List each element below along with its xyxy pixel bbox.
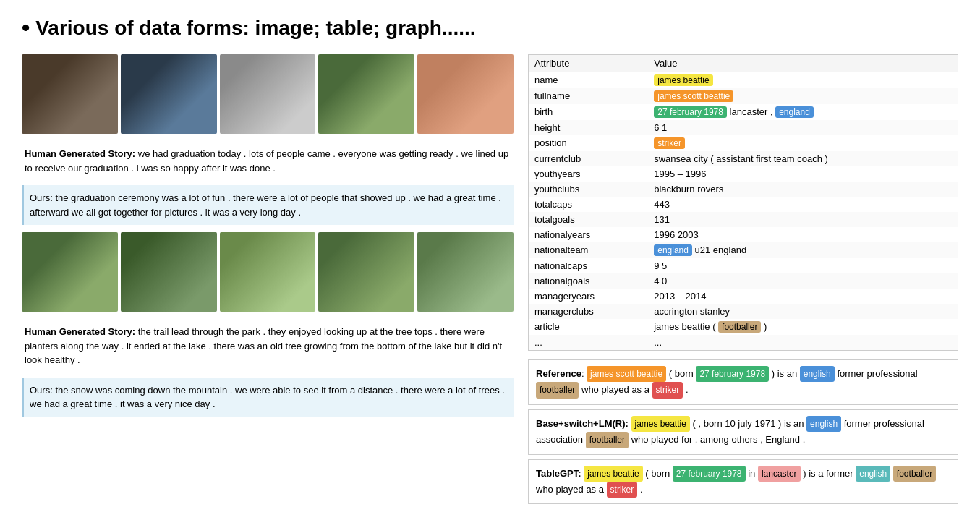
reference-text: james scott beattie ( born 27 february 1… <box>536 368 918 395</box>
table-cell-value: james beattie ( footballer ) <box>648 319 958 335</box>
table-row: totalgoals131 <box>529 212 958 227</box>
table-cell-attr: article <box>529 319 648 335</box>
tablegpt-block: TableGPT: james beattie ( born 27 februa… <box>528 459 958 505</box>
table-cell-value: swansea city ( assistant first team coac… <box>648 151 958 166</box>
right-panel: Attribute Value namejames beattiefullnam… <box>528 54 958 507</box>
table-cell-value: 131 <box>648 212 958 227</box>
table-cell-value: james scott beattie <box>648 88 958 104</box>
table-row: youthclubsblackburn rovers <box>529 182 958 197</box>
table-cell-attr: name <box>529 72 648 89</box>
table-cell-value: 1995 – 1996 <box>648 166 958 182</box>
table-row: totalcaps443 <box>529 197 958 212</box>
table-cell-attr: birth <box>529 104 648 120</box>
table-row: nationalyears1996 2003 <box>529 227 958 242</box>
story2-human: Human Generated Story: the trail lead th… <box>22 319 514 373</box>
table-row: ...... <box>529 335 958 350</box>
table-row: manageryears2013 – 2014 <box>529 289 958 304</box>
table-cell-attr: fullname <box>529 88 648 104</box>
table-row: articlejames beattie ( footballer ) <box>529 319 958 335</box>
nature-image-4 <box>318 232 414 312</box>
table-cell-attr: currentclub <box>529 151 648 166</box>
nature-image-3 <box>220 232 316 312</box>
table-cell-value: 4 0 <box>648 273 958 289</box>
nature-image-5 <box>417 232 514 312</box>
table-row: fullnamejames scott beattie <box>529 88 958 104</box>
story1-ours: Ours: the graduation ceremony was a lot … <box>22 185 514 225</box>
table-cell-attr: totalcaps <box>529 197 648 212</box>
col-attribute: Attribute <box>529 55 648 72</box>
table-row: currentclubswansea city ( assistant firs… <box>529 151 958 166</box>
table-cell-attr: youthyears <box>529 166 648 182</box>
tagged-word: english <box>856 466 890 482</box>
table-cell-attr: manageryears <box>529 289 648 304</box>
graduation-image-2 <box>121 54 217 134</box>
table-cell-value: accrington stanley <box>648 304 958 319</box>
tagged-word: english <box>800 366 835 382</box>
table-row: nationalcaps9 5 <box>529 258 958 273</box>
table-row: managerclubsaccrington stanley <box>529 304 958 319</box>
base-switch-block: Base+switch+LM(R): james beattie ( , bor… <box>528 409 958 455</box>
data-table: Attribute Value namejames beattiefullnam… <box>528 54 958 351</box>
graduation-image-3 <box>220 54 316 134</box>
tagged-word: james beattie <box>631 416 690 432</box>
graduation-image-row <box>22 54 514 134</box>
table-cell-attr: managerclubs <box>529 304 648 319</box>
table-cell-attr: position <box>529 135 648 151</box>
table-cell-value: 27 february 1978 lancaster , england <box>648 104 958 120</box>
graduation-image-1 <box>22 54 118 134</box>
reference-block: Reference: james scott beattie ( born 27… <box>528 359 958 405</box>
col-value: Value <box>648 55 958 72</box>
main-content: Human Generated Story: we had graduation… <box>22 54 958 507</box>
table-row: height6 1 <box>529 120 958 135</box>
tagged-word: 27 february 1978 <box>673 466 746 482</box>
table-row: nationalgoals4 0 <box>529 273 958 289</box>
tagged-word: lancaster <box>758 466 801 482</box>
table-cell-value: 2013 – 2014 <box>648 289 958 304</box>
tagged-word: striker <box>652 382 683 398</box>
tagged-word: english <box>806 416 841 432</box>
tagged-word: james beattie <box>584 466 642 482</box>
nature-image-row <box>22 232 514 312</box>
graduation-image-5 <box>417 54 514 134</box>
table-cell-value: england u21 england <box>648 242 958 258</box>
table-cell-value: 6 1 <box>648 120 958 135</box>
table-cell-value: 1996 2003 <box>648 227 958 242</box>
table-cell-attr: youthclubs <box>529 182 648 197</box>
tagged-word: striker <box>607 482 638 498</box>
left-panel: Human Generated Story: we had graduation… <box>22 54 514 507</box>
nature-image-2 <box>121 232 217 312</box>
tagged-word: footballer <box>586 432 629 448</box>
table-row: positionstriker <box>529 135 958 151</box>
graduation-image-4 <box>318 54 414 134</box>
table-cell-value: blackburn rovers <box>648 182 958 197</box>
tagged-word: james scott beattie <box>587 366 666 382</box>
table-cell-value: james beattie <box>648 72 958 89</box>
bullet-icon: • <box>22 14 30 41</box>
table-cell-value: 443 <box>648 197 958 212</box>
table-cell-value: ... <box>648 335 958 350</box>
nature-image-1 <box>22 232 118 312</box>
table-cell-attr: totalgoals <box>529 212 648 227</box>
table-cell-attr: nationalteam <box>529 242 648 258</box>
table-cell-value: striker <box>648 135 958 151</box>
table-cell-attr: height <box>529 120 648 135</box>
table-cell-attr: nationalyears <box>529 227 648 242</box>
story1-human: Human Generated Story: we had graduation… <box>22 141 514 181</box>
table-row: youthyears1995 – 1996 <box>529 166 958 182</box>
table-cell-attr: nationalcaps <box>529 258 648 273</box>
tagged-word: 27 february 1978 <box>696 366 769 382</box>
page-title: • Various of data forms: image; table; g… <box>22 14 958 41</box>
table-row: nationalteamengland u21 england <box>529 242 958 258</box>
table-row: namejames beattie <box>529 72 958 89</box>
table-cell-attr: nationalgoals <box>529 273 648 289</box>
table-row: birth27 february 1978 lancaster , englan… <box>529 104 958 120</box>
tagged-word: footballer <box>536 382 579 398</box>
table-cell-attr: ... <box>529 335 648 350</box>
tagged-word: footballer <box>893 466 936 482</box>
story2-ours: Ours: the snow was coming down the mount… <box>22 378 514 417</box>
tablegpt-text: james beattie ( born 27 february 1978 in… <box>536 468 936 495</box>
table-cell-value: 9 5 <box>648 258 958 273</box>
